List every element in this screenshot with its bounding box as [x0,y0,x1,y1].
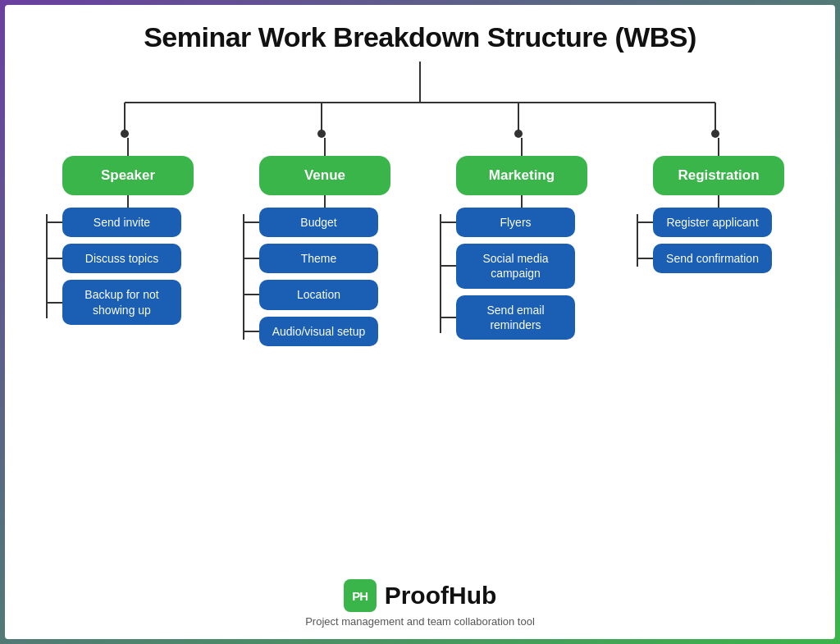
footer-tagline: Project management and team collaboratio… [305,615,535,628]
marketing-branch: Marketing Flyers Social media campaign [440,138,604,340]
child-location: Location [259,280,378,309]
list-item: Location [259,280,407,309]
category-venue: Venue [259,156,390,195]
list-item: Send email reminders [456,295,604,340]
child-backup: Backup for not showing up [62,280,181,324]
child-register: Register applicant [653,208,772,237]
child-flyers: Flyers [456,208,575,237]
registration-children: Register applicant Send confirmation [637,208,801,273]
child-send-confirmation: Send confirmation [653,244,772,273]
category-registration: Registration [653,156,784,195]
list-item: Social media campaign [456,244,604,288]
wbs-diagram: Speaker Send invite Discuss to [30,62,810,569]
list-item: Theme [259,244,407,273]
list-item: Send confirmation [653,244,801,273]
list-item: Register applicant [653,208,801,237]
child-email-reminders: Send email reminders [456,295,575,340]
registration-branch: Registration Register applicant Send con… [637,138,801,273]
list-item: Budget [259,208,407,237]
child-social-media: Social media campaign [456,244,575,288]
venue-branch: Venue Budget Theme [243,138,407,346]
proofhub-logo: PH [344,579,377,612]
list-item: Send invite [62,208,210,237]
child-theme: Theme [259,244,378,273]
speaker-children: Send invite Discuss topics Backup for no… [46,208,210,325]
list-item: Discuss topics [62,244,210,273]
child-audio: Audio/visual setup [259,317,378,346]
category-speaker: Speaker [62,156,194,195]
child-send-invite: Send invite [62,208,181,237]
list-item: Backup for not showing up [62,280,210,324]
speaker-branch: Speaker Send invite Discuss to [46,138,210,325]
footer-brand: PH ProofHub [344,579,497,612]
child-budget: Budget [259,208,378,237]
outer-border: Seminar Work Breakdown Structure (WBS) [0,0,840,644]
category-marketing: Marketing [456,156,587,195]
venue-children: Budget Theme Location [243,208,407,346]
child-discuss-topics: Discuss topics [62,244,181,273]
list-item: Flyers [456,208,604,237]
brand-name: ProofHub [385,582,497,610]
marketing-children: Flyers Social media campaign Send email … [440,208,604,340]
inner-card: Seminar Work Breakdown Structure (WBS) [5,5,835,639]
footer: PH ProofHub Project management and team … [305,579,535,631]
page-title: Seminar Work Breakdown Structure (WBS) [144,21,696,53]
list-item: Audio/visual setup [259,317,407,346]
